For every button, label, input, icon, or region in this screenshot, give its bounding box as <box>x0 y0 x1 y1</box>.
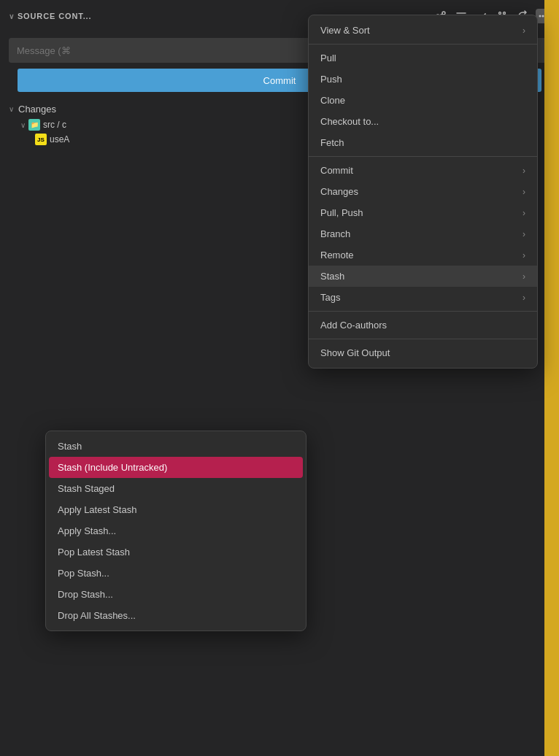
submenu-item-pop-latest-stash[interactable]: Pop Latest Stash <box>46 541 306 563</box>
menu-item-label: Add Co-authors <box>320 320 387 331</box>
submenu-arrow-icon: › <box>523 166 525 176</box>
menu-item-label: Checkout to... <box>320 116 379 127</box>
menu-item-stash[interactable]: Stash › <box>309 266 537 287</box>
menu-item-add-coauthors[interactable]: Add Co-authors <box>309 315 537 336</box>
menu-item-view-sort[interactable]: View & Sort › <box>309 20 537 41</box>
menu-item-push[interactable]: Push <box>309 69 537 90</box>
menu-item-label: Push <box>320 74 342 85</box>
submenu-item-label: Drop Stash... <box>58 589 113 600</box>
menu-item-fetch[interactable]: Fetch <box>309 132 537 153</box>
submenu-arrow-icon: › <box>523 229 525 239</box>
submenu-item-stash-include-untracked[interactable]: Stash (Include Untracked) <box>49 457 303 478</box>
menu-item-tags[interactable]: Tags › <box>309 287 537 308</box>
file-name: useA <box>50 134 69 144</box>
menu-item-label: Clone <box>320 95 345 106</box>
submenu-item-drop-all-stashes[interactable]: Drop All Stashes... <box>46 605 306 626</box>
submenu-item-label: Drop All Stashes... <box>58 610 136 621</box>
changes-chevron-icon: ∨ <box>9 105 14 113</box>
submenu-arrow-icon: › <box>523 26 525 36</box>
submenu-item-stash-staged[interactable]: Stash Staged <box>46 478 306 499</box>
submenu-item-label: Pop Stash... <box>58 568 109 579</box>
chevron-icon: ∨ <box>9 12 15 20</box>
submenu-arrow-icon: › <box>523 208 525 218</box>
menu-item-label: Remote <box>320 250 354 261</box>
menu-item-checkout[interactable]: Checkout to... <box>309 111 537 132</box>
submenu-item-apply-latest-stash[interactable]: Apply Latest Stash <box>46 499 306 520</box>
menu-item-label: Commit <box>320 165 353 176</box>
submenu-item-apply-stash[interactable]: Apply Stash... <box>46 520 306 541</box>
menu-item-changes[interactable]: Changes › <box>309 181 537 202</box>
menu-item-label: View & Sort <box>320 25 370 36</box>
menu-divider-4 <box>309 339 537 339</box>
submenu-item-pop-stash[interactable]: Pop Stash... <box>46 563 306 584</box>
main-context-menu: View & Sort › Pull Push Clone Checkout t… <box>308 15 538 369</box>
submenu-arrow-icon: › <box>523 187 525 197</box>
submenu-item-drop-stash[interactable]: Drop Stash... <box>46 584 306 605</box>
menu-divider-2 <box>309 156 537 157</box>
menu-item-label: Stash <box>320 271 344 282</box>
submenu-arrow-icon: › <box>523 293 525 303</box>
menu-item-branch[interactable]: Branch › <box>309 223 537 244</box>
menu-item-label: Pull <box>320 53 336 63</box>
js-file-icon: JS <box>35 134 47 145</box>
submenu-arrow-icon: › <box>523 250 525 261</box>
menu-divider-1 <box>309 44 537 45</box>
changes-label: Changes <box>18 104 56 115</box>
stash-submenu: Stash Stash (Include Untracked) Stash St… <box>45 431 307 631</box>
submenu-item-label: Stash (Include Untracked) <box>58 462 167 473</box>
menu-item-pull[interactable]: Pull <box>309 47 537 69</box>
folder-icon: 📁 <box>28 119 40 131</box>
submenu-item-stash[interactable]: Stash <box>46 436 306 457</box>
menu-item-label: Show Git Output <box>320 347 390 358</box>
menu-item-show-git-output[interactable]: Show Git Output <box>309 342 537 363</box>
submenu-item-label: Apply Stash... <box>58 525 116 536</box>
submenu-item-label: Stash <box>58 441 82 452</box>
submenu-item-label: Apply Latest Stash <box>58 504 136 515</box>
submenu-arrow-icon: › <box>523 271 525 282</box>
menu-item-remote[interactable]: Remote › <box>309 244 537 266</box>
menu-item-label: Branch <box>320 228 350 239</box>
submenu-item-label: Pop Latest Stash <box>58 547 130 558</box>
submenu-item-label: Stash Staged <box>58 483 115 494</box>
menu-item-commit[interactable]: Commit › <box>309 160 537 181</box>
menu-item-label: Fetch <box>320 137 344 148</box>
menu-item-pull-push[interactable]: Pull, Push › <box>309 202 537 223</box>
menu-item-label: Pull, Push <box>320 207 363 218</box>
menu-item-label: Changes <box>320 186 358 197</box>
svg-point-8 <box>539 15 541 18</box>
folder-chevron-icon: ∨ <box>20 121 26 129</box>
menu-item-clone[interactable]: Clone <box>309 90 537 111</box>
folder-name: src / c <box>43 120 66 130</box>
title-text: SOURCE CONT... <box>18 12 92 20</box>
yellow-sidebar <box>544 0 559 756</box>
menu-item-label: Tags <box>320 292 340 303</box>
menu-divider-3 <box>309 311 537 312</box>
